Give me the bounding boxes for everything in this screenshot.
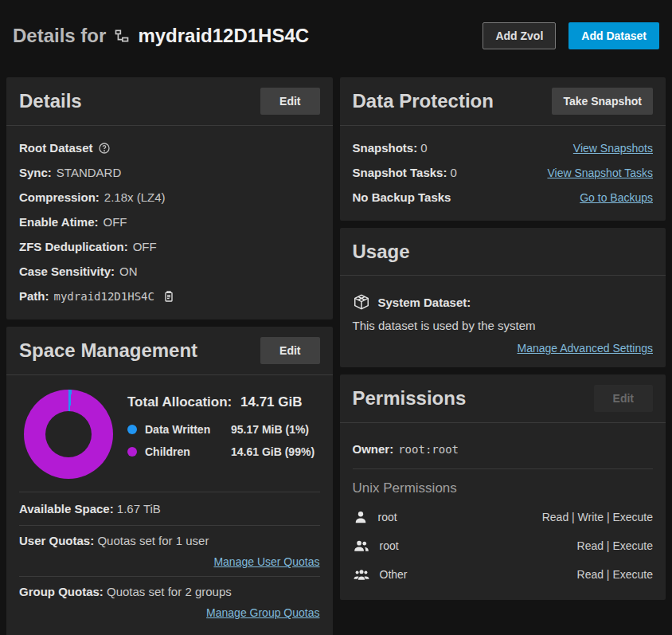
compression-value: 2.18x (LZ4): [104, 190, 166, 204]
usage-card-header: Usage: [340, 228, 666, 276]
user-quotas-row: User Quotas: Quotas set for 1 user: [19, 526, 320, 552]
details-row-sync: Sync: STANDARD: [19, 160, 320, 185]
owner-value: root:root: [398, 443, 459, 456]
atime-value: OFF: [103, 215, 127, 229]
sync-label: Sync:: [19, 166, 52, 179]
space-edit-button[interactable]: Edit: [260, 337, 319, 364]
usage-card-body: System Dataset: This dataset is used by …: [340, 276, 666, 367]
copy-icon[interactable]: [162, 290, 175, 303]
usage-card: Usage System Dataset: This dataset is us…: [340, 228, 666, 367]
permissions-card: Permissions Edit Owner: root:root Unix P…: [340, 374, 666, 600]
snapshots-row: Snapshots: 0 View Snapshots: [353, 135, 654, 160]
snapshots-label: Snapshots:: [353, 141, 418, 155]
snapshot-tasks-text: Snapshot Tasks: 0: [353, 166, 457, 179]
snapshots-count: 0: [420, 141, 427, 155]
group-quotas-label: Group Quotas:: [19, 585, 104, 598]
details-card: Details Edit Root Dataset Sync:: [6, 77, 333, 319]
path-label: Path:: [19, 289, 49, 303]
permissions-card-header: Permissions Edit: [340, 374, 666, 423]
backup-tasks-row: No Backup Tasks Go to Backups: [353, 185, 654, 210]
view-snapshots-link[interactable]: View Snapshots: [573, 142, 653, 155]
group-quotas-row: Group Quotas: Quotas set for 2 groups: [19, 577, 320, 603]
permissions-card-title: Permissions: [353, 387, 467, 410]
take-snapshot-button[interactable]: Take Snapshot: [552, 88, 653, 115]
manage-user-quotas-link[interactable]: Manage User Quotas: [213, 555, 319, 568]
available-space-row: Available Space: 1.67 TiB: [19, 492, 320, 525]
content: Details Edit Root Dataset Sync:: [0, 72, 672, 635]
available-space-label: Available Space:: [19, 502, 114, 515]
usage-card-title: Usage: [353, 241, 410, 263]
permissions-card-body: Owner: root:root Unix Permissions root R…: [340, 423, 666, 600]
allocation-donut-chart: [24, 390, 113, 479]
space-card-title: Space Management: [19, 339, 197, 362]
data-protection-header: Data Protection Take Snapshot: [340, 77, 666, 126]
legend-children: Children 14.61 GiB (99%): [127, 445, 320, 458]
add-dataset-button[interactable]: Add Dataset: [568, 22, 659, 49]
available-space-value: 1.67 TiB: [117, 502, 161, 515]
data-written-dot: [127, 425, 137, 434]
perm-row-other: Other Read | Execute: [353, 560, 654, 589]
user-quotas-label: User Quotas:: [19, 534, 94, 547]
user-icon: [353, 509, 369, 525]
details-row-case: Case Sensitivity: ON: [19, 259, 320, 284]
snapshot-tasks-count: 0: [451, 166, 457, 179]
snapshots-text: Snapshots: 0: [353, 141, 428, 155]
space-card-body: Total Allocation: 14.71 GiB Data Written…: [6, 375, 333, 635]
total-allocation-label: Total Allocation:: [127, 394, 232, 410]
perm-group-value: Read | Execute: [577, 539, 653, 552]
owner-row: Owner: root:root: [353, 433, 654, 468]
case-label: Case Sensitivity:: [19, 265, 115, 278]
people-icon: [353, 566, 370, 582]
path-value: mydraid12D1HS4C: [54, 290, 154, 303]
unix-permissions-title: Unix Permissions: [353, 469, 654, 503]
details-row-compression: Compression: 2.18x (LZ4): [19, 185, 320, 210]
children-dot: [127, 447, 137, 457]
data-protection-card: Data Protection Take Snapshot Snapshots:…: [340, 77, 666, 221]
group-quotas-link-row: Manage Group Quotas: [19, 603, 320, 627]
snapshot-tasks-label: Snapshot Tasks:: [353, 166, 447, 179]
page-header: Details for mydraid12D1HS4C Add Zvol Add…: [0, 0, 672, 72]
right-column: Data Protection Take Snapshot Snapshots:…: [340, 77, 666, 635]
usage-link-row: Manage Advanced Settings: [353, 337, 654, 356]
snapshot-tasks-row: Snapshot Tasks: 0 View Snapshot Tasks: [353, 160, 654, 185]
dataset-tree-icon: [114, 28, 130, 44]
total-allocation: Total Allocation: 14.71 GiB: [127, 394, 320, 410]
header-actions: Add Zvol Add Dataset: [483, 22, 659, 49]
dataset-name: mydraid12D1HS4C: [138, 25, 309, 47]
details-row-root-dataset: Root Dataset: [19, 135, 320, 160]
perm-user-name: root: [378, 511, 397, 523]
owner-label: Owner:: [353, 442, 394, 456]
system-dataset-label: System Dataset:: [378, 296, 471, 309]
system-dataset-text: This dataset is used by the system: [353, 314, 654, 337]
details-card-header: Details Edit: [6, 77, 333, 126]
dedup-value: OFF: [133, 240, 157, 253]
case-value: ON: [119, 265, 138, 278]
add-zvol-button[interactable]: Add Zvol: [483, 22, 556, 49]
compression-label: Compression:: [19, 190, 100, 204]
space-management-card: Space Management Edit Total Allocation: …: [6, 327, 333, 635]
help-icon[interactable]: [98, 142, 111, 155]
group-quotas-value: Quotas set for 2 groups: [107, 585, 232, 598]
cube-icon: [353, 293, 370, 311]
sync-value: STANDARD: [57, 166, 121, 179]
perm-row-user: root Read | Write | Execute: [353, 503, 654, 531]
root-dataset-label: Root Dataset: [19, 141, 93, 155]
details-row-path: Path: mydraid12D1HS4C: [19, 284, 320, 308]
manage-advanced-settings-link[interactable]: Manage Advanced Settings: [518, 342, 653, 355]
children-label: Children: [145, 445, 231, 458]
details-row-dedup: ZFS Deduplication: OFF: [19, 234, 320, 259]
details-edit-button[interactable]: Edit: [260, 88, 319, 115]
details-card-body: Root Dataset Sync: STANDARD Compression:: [6, 126, 333, 319]
data-written-label: Data Written: [145, 423, 231, 436]
data-protection-title: Data Protection: [353, 90, 494, 112]
children-value: 14.61 GiB (99%): [231, 445, 315, 458]
view-snapshot-tasks-link[interactable]: View Snapshot Tasks: [547, 167, 653, 179]
details-row-atime: Enable Atime: OFF: [19, 210, 320, 234]
allocation-info: Total Allocation: 14.71 GiB Data Written…: [127, 390, 320, 468]
system-dataset-row: System Dataset:: [353, 285, 654, 314]
data-protection-body: Snapshots: 0 View Snapshots Snapshot Tas…: [340, 126, 666, 221]
backup-tasks-label: No Backup Tasks: [353, 190, 451, 204]
manage-group-quotas-link[interactable]: Manage Group Quotas: [206, 606, 319, 619]
perm-row-group: root Read | Execute: [353, 531, 654, 560]
go-to-backups-link[interactable]: Go to Backups: [580, 191, 653, 204]
